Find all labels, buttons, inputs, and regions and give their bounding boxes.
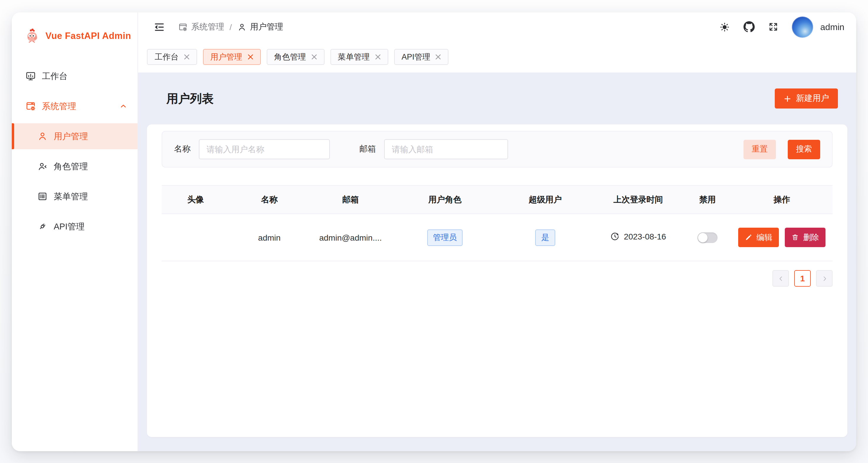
column-header-name: 名称 xyxy=(229,186,309,214)
role-tag: 管理员 xyxy=(427,229,463,246)
sidebar-item-menus[interactable]: 菜单管理 xyxy=(12,184,137,209)
sidebar-item-label: 角色管理 xyxy=(54,161,88,172)
user-icon xyxy=(37,131,48,141)
breadcrumb: 系统管理 / 用户管理 xyxy=(178,22,283,32)
column-header-disabled: 禁用 xyxy=(684,186,731,214)
system-window-gear-icon xyxy=(25,101,36,111)
sidebar-item-label: 菜单管理 xyxy=(54,191,88,202)
delete-button-label: 删除 xyxy=(803,232,819,243)
superuser-tag: 是 xyxy=(535,229,555,246)
tab-menus[interactable]: 菜单管理 xyxy=(330,49,388,65)
breadcrumb-label: 用户管理 xyxy=(250,22,283,32)
search-button[interactable]: 搜索 xyxy=(788,139,820,159)
sidebar-item-api[interactable]: API管理 xyxy=(12,213,137,239)
sidebar-collapse-icon[interactable] xyxy=(153,21,165,33)
github-icon[interactable] xyxy=(743,21,755,32)
cell-email: admin@admin.... xyxy=(309,214,392,261)
column-header-actions: 操作 xyxy=(731,186,833,214)
delete-button[interactable]: 删除 xyxy=(785,228,826,247)
sidebar-item-system[interactable]: 系统管理 xyxy=(12,93,137,119)
main-column: 系统管理 / 用户管理 xyxy=(138,12,856,451)
email-filter-label: 邮箱 xyxy=(359,144,376,155)
sidebar-menu: 工作台 系统管理 xyxy=(12,63,137,243)
fullscreen-icon[interactable] xyxy=(768,22,778,32)
user-list-card: 名称 邮箱 重置 搜索 xyxy=(147,125,847,437)
role-user-icon xyxy=(37,161,48,172)
tab-users[interactable]: 用户管理 xyxy=(203,49,260,65)
plus-icon xyxy=(784,95,791,102)
sidebar-item-workbench[interactable]: 工作台 xyxy=(12,63,137,89)
sidebar-item-roles[interactable]: 角色管理 xyxy=(12,153,137,179)
page-number-1[interactable]: 1 xyxy=(794,270,811,287)
menu-list-icon xyxy=(37,191,48,202)
trash-icon xyxy=(791,234,799,241)
breadcrumb-system[interactable]: 系统管理 xyxy=(178,22,224,32)
edit-button-label: 编辑 xyxy=(756,232,772,243)
chick-logo-icon xyxy=(24,28,40,44)
close-icon[interactable] xyxy=(436,54,441,60)
next-page-button[interactable] xyxy=(816,270,833,287)
tab-label: 角色管理 xyxy=(274,52,306,62)
close-icon[interactable] xyxy=(311,54,317,60)
breadcrumb-users[interactable]: 用户管理 xyxy=(237,22,283,32)
sidebar-item-label: 用户管理 xyxy=(54,131,88,142)
table-row: admin admin@admin.... 管理员 是 xyxy=(162,214,833,261)
breadcrumb-separator: / xyxy=(229,22,232,32)
tabs-bar: 工作台 用户管理 角色管理 xyxy=(138,41,856,72)
clock-history-icon xyxy=(610,232,620,241)
edit-button[interactable]: 编辑 xyxy=(738,228,779,247)
active-indicator-bar xyxy=(12,123,14,149)
tab-label: API管理 xyxy=(402,52,430,62)
cell-avatar xyxy=(162,214,229,261)
user-avatar[interactable] xyxy=(792,16,813,37)
logo[interactable]: Vue FastAPI Admin xyxy=(12,12,137,49)
app-title: Vue FastAPI Admin xyxy=(45,30,131,41)
disabled-toggle[interactable] xyxy=(698,232,717,243)
user-icon xyxy=(237,22,247,32)
close-icon[interactable] xyxy=(375,54,380,60)
cell-actions: 编辑 xyxy=(731,214,833,261)
cell-name: admin xyxy=(229,214,309,261)
cell-last-login: 2023-08-16 xyxy=(592,214,684,261)
cell-superuser: 是 xyxy=(498,214,592,261)
filter-panel: 名称 邮箱 重置 搜索 xyxy=(162,131,833,167)
theme-sun-icon[interactable] xyxy=(719,22,730,32)
column-header-last-login: 上次登录时间 xyxy=(592,186,684,214)
system-window-gear-icon xyxy=(178,22,188,32)
reset-button[interactable]: 重置 xyxy=(743,139,776,159)
user-name[interactable]: admin xyxy=(820,22,844,32)
prev-page-button[interactable] xyxy=(772,270,789,287)
sidebar-item-label: API管理 xyxy=(54,221,85,232)
tab-roles[interactable]: 角色管理 xyxy=(267,49,324,65)
filter-actions: 重置 搜索 xyxy=(743,139,820,159)
tab-api[interactable]: API管理 xyxy=(394,49,449,65)
cell-role: 管理员 xyxy=(392,214,498,261)
top-bar: 系统管理 / 用户管理 xyxy=(138,12,856,41)
column-header-superuser: 超级用户 xyxy=(498,186,592,214)
close-icon[interactable] xyxy=(248,54,253,60)
close-icon[interactable] xyxy=(184,54,189,60)
topbar-actions: admin xyxy=(719,16,844,37)
email-filter-input[interactable] xyxy=(384,139,508,159)
stage: Vue FastAPI Admin 工作台 xyxy=(0,0,868,463)
chevron-up-icon xyxy=(120,103,127,110)
page-header: 用户列表 新建用户 xyxy=(147,72,847,125)
new-user-button-label: 新建用户 xyxy=(796,93,829,104)
last-login-value: 2023-08-16 xyxy=(624,232,666,241)
sidebar-item-users[interactable]: 用户管理 xyxy=(12,123,137,149)
tab-workbench[interactable]: 工作台 xyxy=(147,49,197,65)
sidebar-item-label: 工作台 xyxy=(42,70,68,82)
pencil-icon xyxy=(745,234,752,241)
api-plug-icon xyxy=(37,221,48,232)
tab-label: 用户管理 xyxy=(210,52,242,62)
column-header-email: 邮箱 xyxy=(309,186,392,214)
workbench-monitor-icon xyxy=(25,71,36,81)
page-title: 用户列表 xyxy=(166,91,214,106)
sidebar-item-label: 系统管理 xyxy=(42,101,76,112)
column-header-role: 用户角色 xyxy=(392,186,498,214)
name-filter-input[interactable] xyxy=(199,139,330,159)
pagination: 1 xyxy=(162,270,833,287)
users-table: 头像 名称 邮箱 用户角色 超级用户 上次登录时间 禁用 操作 xyxy=(162,185,833,261)
app-window: Vue FastAPI Admin 工作台 xyxy=(12,12,856,451)
new-user-button[interactable]: 新建用户 xyxy=(775,89,838,108)
